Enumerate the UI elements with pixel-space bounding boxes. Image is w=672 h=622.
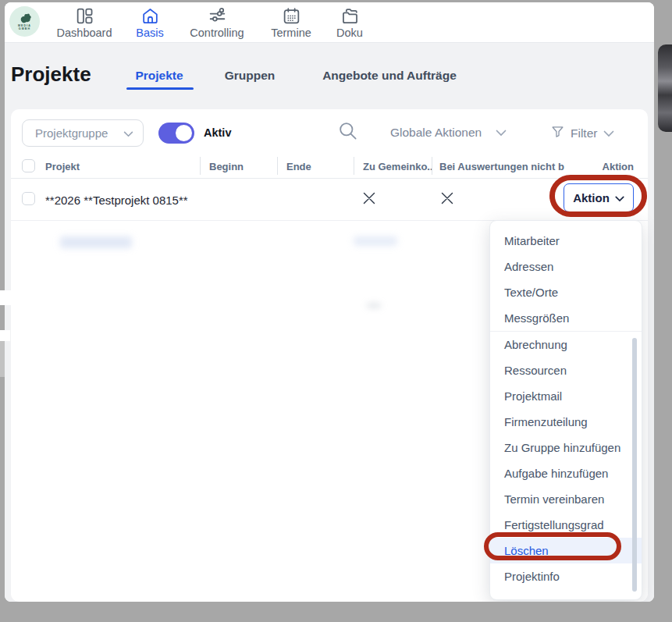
nav-label: Controlling xyxy=(190,27,244,39)
x-mark-icon xyxy=(440,191,454,208)
menu-item-adressen[interactable]: Adressen xyxy=(490,254,642,279)
funnel-icon xyxy=(551,125,564,141)
nav-label: Dashboard xyxy=(57,27,112,39)
nav-item-controlling[interactable]: Controlling xyxy=(181,6,253,39)
column-header-ende[interactable]: Ende xyxy=(286,161,311,172)
aktion-button[interactable]: Aktion xyxy=(564,183,634,212)
global-actions-label: Globale Aktionen xyxy=(390,126,482,140)
menu-item-ressourcen[interactable]: Ressourcen xyxy=(490,357,642,383)
select-all-checkbox[interactable] xyxy=(22,159,35,172)
menu-item-projektmail[interactable]: Projektmail xyxy=(490,383,642,409)
column-divider xyxy=(200,157,201,175)
bird-icon xyxy=(17,12,32,24)
filter-dropdown[interactable]: Filter xyxy=(551,125,614,141)
nav-item-dashboard[interactable]: Dashboard xyxy=(48,6,121,39)
row-checkbox[interactable] xyxy=(22,192,35,205)
menu-item-loeschen[interactable]: Löschen xyxy=(490,538,642,563)
column-header-zu-gemeinkosten[interactable]: Zu Gemeinko.. xyxy=(363,161,433,172)
nav-item-termine[interactable]: Termine xyxy=(265,6,318,39)
column-divider xyxy=(354,157,354,175)
sliders-icon xyxy=(208,6,227,26)
app-window: MEDIA GMBH Dashboard Basis xyxy=(5,2,654,602)
column-header-beginn[interactable]: Beginn xyxy=(209,161,244,172)
search-icon[interactable] xyxy=(337,120,358,144)
blurred-content xyxy=(367,304,381,307)
dashboard-grid-icon xyxy=(75,6,94,26)
active-toggle-label: Aktiv xyxy=(204,126,231,139)
table-header-divider xyxy=(11,178,648,179)
aktion-dropdown-menu: Mitarbeiter Adressen Texte/Orte Messgröß… xyxy=(489,220,642,600)
menu-item-termin-vereinbaren[interactable]: Termin vereinbaren xyxy=(490,486,642,512)
column-header-projekt[interactable]: Projekt xyxy=(45,161,80,172)
menu-item-projektinfo[interactable]: Projektinfo xyxy=(490,563,642,589)
column-header-aktion: Aktion xyxy=(603,161,634,172)
chevron-down-icon xyxy=(496,126,507,140)
chevron-down-icon xyxy=(603,126,614,140)
filter-label: Filter xyxy=(571,126,597,140)
projektgruppe-label: Projektgruppe xyxy=(35,126,108,140)
blurred-content xyxy=(354,236,397,246)
blurred-content xyxy=(60,236,132,248)
nav-label: Doku xyxy=(336,27,363,39)
company-logo[interactable]: MEDIA GMBH xyxy=(9,6,40,37)
chevron-down-icon xyxy=(615,191,624,204)
cell-projekt[interactable]: **2026 **Testprojekt 0815** xyxy=(45,194,188,207)
column-divider xyxy=(277,157,278,175)
frame-notch xyxy=(0,290,11,305)
menu-item-texte-orte[interactable]: Texte/Orte xyxy=(490,279,642,305)
nav-item-basis[interactable]: Basis xyxy=(128,6,172,39)
x-mark-icon xyxy=(362,191,376,208)
calendar-icon xyxy=(282,6,301,26)
logo-text-line2: GMBH xyxy=(19,27,30,30)
menu-item-abrechnung[interactable]: Abrechnung xyxy=(490,332,642,357)
projektgruppe-dropdown[interactable]: Projektgruppe xyxy=(22,119,144,147)
column-header-bei-auswertungen[interactable]: Bei Auswertungen nicht b xyxy=(439,161,564,172)
folder-icon xyxy=(340,6,360,26)
menu-scrollbar[interactable] xyxy=(632,338,637,592)
home-icon xyxy=(140,6,160,26)
nav-label: Termine xyxy=(271,27,311,39)
menu-item-aufgabe-hinzufuegen[interactable]: Aufgabe hinzufügen xyxy=(490,460,642,486)
toggle-knob xyxy=(176,125,192,141)
nav-label: Basis xyxy=(136,27,163,39)
background-window-fragment xyxy=(658,44,672,132)
tab-projekte[interactable]: Projekte xyxy=(122,69,197,83)
tab-angebote-und-auftraege[interactable]: Angebote und Aufträge xyxy=(315,69,464,83)
chevron-down-icon xyxy=(123,126,133,140)
menu-item-fertigstellungsgrad[interactable]: Fertigstellungsgrad xyxy=(490,512,642,538)
menu-item-firmenzuteilung[interactable]: Firmenzuteilung xyxy=(490,409,642,435)
active-toggle[interactable] xyxy=(158,123,194,144)
top-navigation-bar: MEDIA GMBH Dashboard Basis xyxy=(5,2,654,43)
column-divider xyxy=(432,157,432,175)
menu-item-zu-gruppe-hinzufuegen[interactable]: Zu Gruppe hinzufügen xyxy=(490,435,642,460)
menu-item-mitarbeiter[interactable]: Mitarbeiter xyxy=(490,228,642,254)
menu-item-messgroessen[interactable]: Messgrößen xyxy=(490,305,642,331)
frame-notch xyxy=(0,330,10,341)
frame-notch xyxy=(0,341,5,377)
aktion-button-label: Aktion xyxy=(573,191,610,204)
active-tab-underline xyxy=(126,87,194,90)
page-title: Projekte xyxy=(11,62,91,87)
tab-gruppen[interactable]: Gruppen xyxy=(214,69,286,83)
global-actions-dropdown[interactable]: Globale Aktionen xyxy=(390,126,507,140)
nav-item-doku[interactable]: Doku xyxy=(328,6,372,39)
